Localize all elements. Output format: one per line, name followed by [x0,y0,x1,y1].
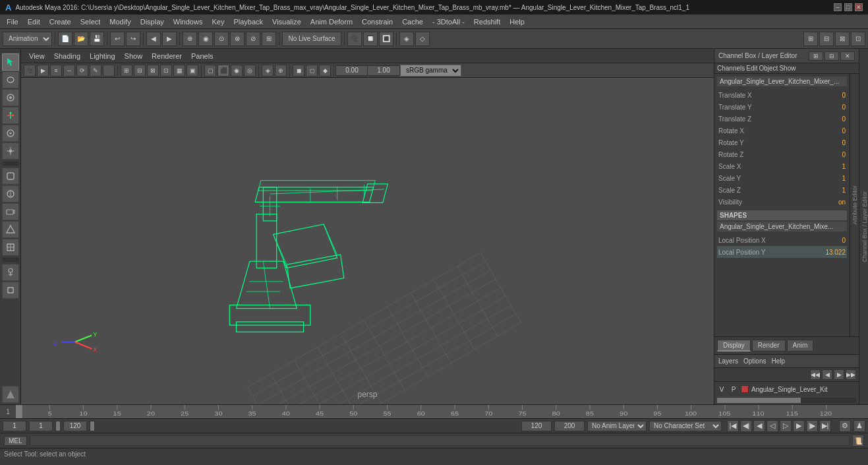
pb-to-start[interactable]: |◀ [727,420,739,432]
layer-menu-layers[interactable]: Layers [718,357,738,365]
select-tool[interactable] [2,53,19,71]
close-button[interactable]: ✕ [855,3,863,11]
vp-btn5[interactable]: ⟳ [76,65,88,77]
pb-prev-frame[interactable]: ◀ [753,420,765,432]
lattice-tool[interactable] [2,185,19,202]
cb-close-btn[interactable]: ✕ [840,51,855,61]
cb-edit-menu[interactable]: Edit [746,65,757,72]
end-frame-input[interactable] [521,421,552,431]
vp-grid4[interactable]: ⊡ [160,65,172,77]
layer-type[interactable]: P [729,386,738,393]
transform-btn1[interactable]: ◀ [146,32,161,46]
vp-wire1[interactable]: ◈ [262,65,274,77]
cb-rotate-x[interactable]: Rotate X 0 [717,125,847,137]
unknown-tool2[interactable] [2,239,19,256]
menu-display[interactable]: Display [136,16,168,27]
timeline-ruler[interactable]: 5 10 15 20 25 30 35 40 45 50 5 [16,405,868,418]
vp-grid1[interactable]: ⊞ [121,65,132,77]
menu-anim-deform[interactable]: Anim Deform [306,16,357,27]
menu-cache[interactable]: Cache [398,16,427,27]
layer-arr1[interactable]: ◀◀ [810,369,821,380]
undo-button[interactable]: ↩ [110,32,125,46]
vp-wire2[interactable]: ⊕ [275,65,287,77]
menu-redshift[interactable]: Redshift [470,16,504,27]
vp-grid3[interactable]: ⊠ [147,65,159,77]
pb-settings[interactable]: ⚙ [839,420,851,432]
layer-menu-help[interactable]: Help [771,357,785,365]
lasso-tool[interactable] [2,71,19,88]
cb-expand-btn[interactable]: ⊞ [809,51,823,61]
render-icon2[interactable]: 🔲 [363,32,378,46]
pb-play-fwd[interactable]: ▷ [780,420,792,432]
command-input[interactable] [30,435,850,446]
tab-display[interactable]: Display [717,340,751,352]
menu-edit[interactable]: Edit [24,16,44,27]
char-set-dropdown[interactable]: No Character Set [649,421,722,431]
vp-shading4[interactable]: ◎ [244,65,256,77]
snap-btn2[interactable]: ◉ [198,32,213,46]
menu-3dtoall[interactable]: - 3DtoAll - [428,16,469,27]
tb-extra1[interactable]: ◈ [399,32,414,46]
tb-extra2[interactable]: ◇ [415,32,430,46]
snap-btn1[interactable]: ⊕ [183,32,197,46]
no-live-surface[interactable]: No Live Surface [282,32,341,46]
cb-rotate-z[interactable]: Rotate Z 0 [717,148,847,160]
tab-anim[interactable]: Anim [787,340,814,352]
cb-local-pos-x[interactable]: Local Position X 0 [717,234,847,246]
vp-grid5[interactable]: ▦ [173,65,185,77]
maximize-button[interactable]: □ [844,3,852,11]
viewport-canvas[interactable]: Y X Z persp [21,78,714,404]
open-button[interactable]: 📂 [74,32,88,46]
vp-scale-field[interactable]: 1.00 [367,65,400,76]
snap-btn6[interactable]: ⊞ [262,32,276,46]
script-icon[interactable]: 📜 [852,435,864,447]
attribute-editor-tab[interactable]: Attribute Editor [850,74,859,336]
cb-local-pos-y[interactable]: Local Position Y 13.022 [717,246,847,258]
unknown-tool5[interactable] [2,386,19,403]
camera-tool[interactable] [2,203,19,220]
menu-modify[interactable]: Modify [105,16,134,27]
cb-rotate-y[interactable]: Rotate Y 0 [717,137,847,148]
layer-scrollbar-thumb[interactable] [717,398,801,403]
pb-play-back[interactable]: ◁ [767,420,778,432]
layer-color-swatch[interactable] [741,385,749,393]
menu-playback[interactable]: Playback [229,16,267,27]
menu-key[interactable]: Key [208,16,228,27]
cb-scale-x[interactable]: Scale X 1 [717,160,847,172]
layer-visibility[interactable]: V [717,386,726,393]
title-controls[interactable]: – □ ✕ [834,3,863,11]
cb-scale-y[interactable]: Scale Y 1 [717,172,847,184]
render-icon3[interactable]: 🔳 [379,32,393,46]
save-button[interactable]: 💾 [90,32,104,46]
cb-translate-x[interactable]: Translate X 0 [717,89,847,101]
mel-label[interactable]: MEL [4,436,27,446]
vp-btn3[interactable]: ≡ [50,65,62,77]
scale-tool[interactable] [2,142,19,160]
snap-btn3[interactable]: ⊙ [214,32,229,46]
vp-menu-panels[interactable]: Panels [187,51,217,61]
vp-menu-renderer[interactable]: Renderer [148,51,186,61]
cb-translate-y[interactable]: Translate Y 0 [717,101,847,113]
cb-object-menu[interactable]: Object [759,65,778,72]
layer-arr2[interactable]: ◀ [822,369,832,380]
animation-mode-dropdown[interactable]: Animation [3,32,52,46]
tb-right4[interactable]: ⊡ [851,32,865,46]
anim-layer-dropdown[interactable]: No Anim Layer [587,421,647,431]
menu-help[interactable]: Help [506,16,529,27]
redo-button[interactable]: ↪ [126,32,140,46]
menu-file[interactable]: File [3,16,22,27]
soft-mod-tool[interactable] [2,168,19,185]
pb-prev-key[interactable]: ◀| [740,420,752,432]
menu-visualize[interactable]: Visualize [268,16,305,27]
unknown-tool1[interactable] [2,221,19,238]
layer-row[interactable]: V P Angular_Single_Lever_Kit [714,382,859,396]
layer-scrollbar[interactable] [717,398,856,403]
vp-btn6[interactable]: ✎ [90,65,101,77]
vp-grid2[interactable]: ⊟ [134,65,146,77]
vp-shading2[interactable]: ⬛ [217,65,229,77]
vp-shading1[interactable]: ▢ [204,65,216,77]
vp-shading3[interactable]: ◉ [231,65,243,77]
minimize-button[interactable]: – [834,3,842,11]
tb-right2[interactable]: ⊟ [819,32,834,46]
vp-vis1[interactable]: ◼ [293,65,304,77]
